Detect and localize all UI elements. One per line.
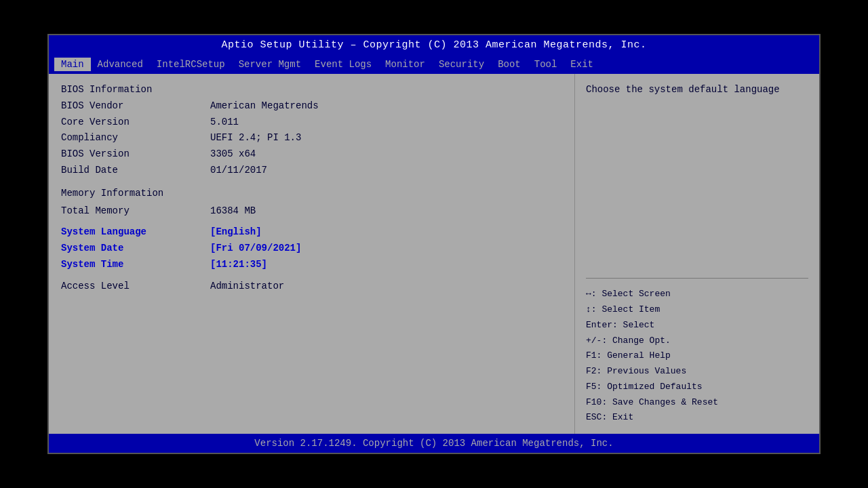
core-version-row: Core Version 5.011 (61, 115, 562, 131)
system-language-row[interactable]: System Language [English] (61, 224, 562, 241)
content-area: BIOS Information BIOS Vendor American Me… (49, 74, 819, 434)
panel-divider (586, 278, 808, 279)
menu-item-main[interactable]: Main (54, 58, 91, 71)
right-panel: Choose the system default language ↔: Se… (575, 74, 819, 434)
access-level-row: Access Level Administrator (61, 279, 562, 295)
system-date-key: System Date (61, 241, 210, 257)
memory-section-header: Memory Information (61, 186, 562, 202)
menu-item-security[interactable]: Security (432, 58, 491, 71)
shortcut-f10: F10: Save Changes & Reset (586, 395, 808, 411)
title-bar: Aptio Setup Utility – Copyright (C) 2013… (49, 35, 819, 55)
build-date-key: Build Date (61, 163, 210, 179)
static-fields-section: Access Level Administrator (61, 279, 562, 295)
bios-version-row: BIOS Version 3305 x64 (61, 146, 562, 163)
interactive-fields-section: System Language [English] System Date [F… (61, 224, 562, 272)
build-date-val: 01/11/2017 (210, 163, 267, 179)
access-level-key: Access Level (61, 279, 210, 295)
system-date-row[interactable]: System Date [Fri 07/09/2021] (61, 241, 562, 257)
system-time-key: System Time (61, 257, 210, 273)
shortcut-f5: F5: Optimized Defaults (586, 380, 808, 395)
bios-info-section: BIOS Information BIOS Vendor American Me… (61, 82, 562, 179)
shortcut-f1: F1: General Help (586, 348, 808, 364)
compliancy-key: Compliancy (61, 130, 210, 146)
system-date-val: [Fri 07/09/2021] (210, 241, 301, 257)
footer-bar: Version 2.17.1249. Copyright (C) 2013 Am… (49, 434, 819, 453)
shortcut-select-item: ↕: Select Item (586, 302, 808, 318)
menu-item-intelrcsetup[interactable]: IntelRCSetup (150, 58, 232, 71)
menu-item-exit[interactable]: Exit (564, 58, 600, 71)
total-memory-row: Total Memory 16384 MB (61, 203, 562, 220)
core-version-key: Core Version (61, 115, 210, 131)
menu-item-server-mgmt[interactable]: Server Mgmt (232, 58, 308, 71)
footer-text: Version 2.17.1249. Copyright (C) 2013 Am… (254, 438, 613, 449)
help-text: Choose the system default language (586, 82, 808, 97)
bios-vendor-val: American Megatrends (210, 98, 319, 115)
system-time-val: [11:21:35] (210, 257, 267, 273)
compliancy-row: Compliancy UEFI 2.4; PI 1.3 (61, 130, 562, 146)
shortcut-select-screen: ↔: Select Screen (586, 287, 808, 302)
system-time-row[interactable]: System Time [11:21:35] (61, 257, 562, 273)
memory-info-section: Memory Information Total Memory 16384 MB (61, 186, 562, 220)
title-text: Aptio Setup Utility – Copyright (C) 2013… (221, 39, 646, 51)
menu-item-tool[interactable]: Tool (528, 58, 564, 71)
shortcut-list: ↔: Select Screen ↕: Select Item Enter: S… (586, 287, 808, 426)
access-level-val: Administrator (210, 279, 284, 295)
build-date-row: Build Date 01/11/2017 (61, 163, 562, 179)
shortcut-change-opt: +/-: Change Opt. (586, 333, 808, 349)
system-language-key: System Language (61, 224, 210, 241)
bios-vendor-row: BIOS Vendor American Megatrends (61, 98, 562, 115)
menu-item-advanced[interactable]: Advanced (91, 58, 150, 71)
menu-item-event-logs[interactable]: Event Logs (308, 58, 378, 71)
menu-item-monitor[interactable]: Monitor (378, 58, 432, 71)
bios-section-header: BIOS Information (61, 82, 562, 98)
left-panel: BIOS Information BIOS Vendor American Me… (49, 74, 575, 434)
total-memory-key: Total Memory (61, 203, 210, 220)
total-memory-val: 16384 MB (210, 203, 256, 220)
menu-item-boot[interactable]: Boot (491, 58, 528, 71)
bios-version-val: 3305 x64 (210, 146, 256, 163)
bios-container: Aptio Setup Utility – Copyright (C) 2013… (47, 34, 821, 454)
bios-version-key: BIOS Version (61, 146, 210, 163)
compliancy-val: UEFI 2.4; PI 1.3 (210, 130, 301, 146)
shortcut-esc: ESC: Exit (586, 410, 808, 426)
shortcut-enter: Enter: Select (586, 318, 808, 333)
bios-vendor-key: BIOS Vendor (61, 98, 210, 115)
menu-bar: Main Advanced IntelRCSetup Server Mgmt E… (49, 55, 819, 74)
system-language-val: [English] (210, 224, 262, 241)
core-version-val: 5.011 (210, 115, 239, 131)
shortcut-f2: F2: Previous Values (586, 364, 808, 380)
